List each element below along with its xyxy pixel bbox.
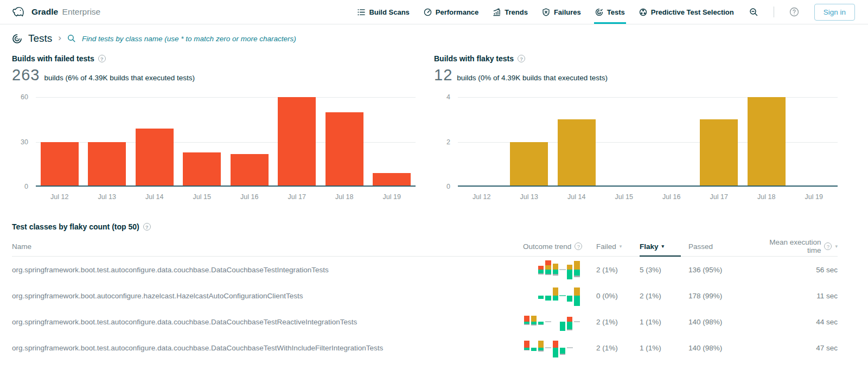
table-row[interactable]: org.springframework.boot.test.autoconfig… [12, 257, 838, 283]
nav-failures[interactable]: Failures [542, 0, 581, 24]
y-axis: 024 [434, 97, 458, 187]
y-tick-label: 30 [21, 138, 28, 146]
column-header-flaky[interactable]: Flaky [640, 237, 688, 256]
chart-bar[interactable] [790, 97, 838, 187]
outcome-trend-sparkline[interactable] [523, 336, 580, 360]
flaky-test-classes-section: Test classes by flaky count (top 50) Nam… [12, 222, 838, 361]
builds-with-failed-tests-chart: Builds with failed tests 263 builds (6% … [12, 54, 416, 201]
column-header-passed[interactable]: Passed [688, 237, 754, 256]
flaky-count: 1 (1%) [640, 318, 688, 326]
chart-bar[interactable] [368, 97, 416, 187]
chart-bar[interactable] [84, 97, 131, 187]
nav-performance[interactable]: Performance [424, 0, 478, 24]
x-axis-label: Jul 18 [743, 193, 790, 201]
chart-bar[interactable] [648, 97, 695, 187]
search-input[interactable] [81, 34, 856, 43]
gradle-elephant-logo-icon [11, 6, 27, 18]
page-title: Tests [28, 33, 52, 44]
x-axis-baseline [36, 186, 416, 187]
help-icon[interactable] [143, 223, 151, 231]
failed-count: 2 (1%) [596, 344, 640, 352]
test-class-name-link[interactable]: org.springframework.boot.test.autoconfig… [12, 266, 523, 274]
chart-bar[interactable] [226, 97, 273, 187]
charts-section: Builds with failed tests 263 builds (6% … [12, 54, 838, 201]
table-row[interactable]: org.springframework.boot.autoconfigure.h… [12, 283, 838, 309]
metric-value: 263 [12, 66, 40, 84]
failed-count: 0 (0%) [596, 292, 640, 300]
x-axis-labels: Jul 12Jul 13Jul 14Jul 15Jul 16Jul 17Jul … [458, 193, 838, 201]
chart-bar[interactable] [458, 97, 506, 187]
help-icon[interactable] [788, 6, 800, 18]
x-axis-label: Jul 16 [648, 193, 695, 201]
main-content: Builds with failed tests 263 builds (6% … [0, 54, 868, 361]
help-icon[interactable] [518, 55, 525, 62]
chart-plot [36, 97, 416, 187]
nav-build-scans[interactable]: Build Scans [357, 0, 409, 24]
table-title: Test classes by flaky count (top 50) [12, 222, 139, 231]
test-class-name-link[interactable]: org.springframework.boot.test.autoconfig… [12, 344, 523, 352]
chart-bar[interactable] [601, 97, 648, 187]
failures-shield-icon [542, 8, 550, 16]
nav-trends[interactable]: Trends [493, 0, 528, 24]
search-icon [67, 34, 76, 43]
chart-bar[interactable] [506, 97, 553, 187]
y-tick-label: 0 [24, 183, 28, 190]
help-icon[interactable] [575, 242, 582, 250]
x-axis-label: Jul 17 [273, 193, 321, 201]
chart-bar[interactable] [553, 97, 601, 187]
gradle-enterprise-brand[interactable]: Gradle Enterprise [11, 6, 100, 18]
x-axis-label: Jul 15 [601, 193, 648, 201]
nav-label: Trends [505, 8, 528, 16]
nav-label: Failures [554, 8, 581, 16]
breadcrumb-separator: › [58, 33, 61, 43]
table-row[interactable]: org.springframework.boot.test.autoconfig… [12, 335, 838, 361]
x-axis-baseline [458, 186, 838, 187]
help-icon[interactable] [824, 242, 832, 250]
brand-name: Gradle [31, 7, 58, 16]
chart-bar[interactable] [743, 97, 790, 187]
column-header-failed[interactable]: Failed [596, 237, 640, 256]
mean-execution-time: 56 sec [754, 266, 838, 274]
mean-execution-time: 44 sec [754, 318, 838, 326]
outcome-trend-sparkline[interactable] [523, 284, 580, 308]
x-axis-label: Jul 13 [506, 193, 553, 201]
x-axis-label: Jul 14 [131, 193, 178, 201]
passed-count: 140 (98%) [688, 344, 754, 352]
chart-title: Builds with flaky tests [434, 54, 514, 63]
sort-arrow-icon [662, 244, 665, 249]
column-header-name[interactable]: Name [12, 237, 523, 256]
breadcrumb: Tests › [0, 24, 868, 49]
metric-caption: builds (0% of 4.39K builds that executed… [457, 74, 608, 82]
chart-bar[interactable] [36, 97, 84, 187]
search-icon[interactable] [748, 7, 760, 18]
builds-with-flaky-tests-chart: Builds with flaky tests 12 builds (0% of… [434, 54, 838, 201]
column-header-mean-execution-time[interactable]: Mean execution time [754, 237, 838, 256]
trends-chart-icon [493, 8, 501, 16]
x-axis-label: Jul 13 [84, 193, 131, 201]
nav-predictive-test-selection[interactable]: Predictive Test Selection [639, 0, 734, 24]
help-icon[interactable] [98, 55, 106, 62]
table-row[interactable]: org.springframework.boot.test.autoconfig… [12, 309, 838, 335]
sign-in-button[interactable]: Sign in [814, 4, 855, 21]
primary-nav: Build Scans Performance Trends [357, 0, 855, 24]
test-class-name-link[interactable]: org.springframework.boot.autoconfigure.h… [12, 292, 523, 300]
metric-value: 12 [434, 66, 452, 84]
chart-bar[interactable] [273, 97, 321, 187]
chart-bar[interactable] [178, 97, 226, 187]
column-header-outcome-trend[interactable]: Outcome trend [523, 237, 596, 256]
outcome-trend-sparkline[interactable] [523, 310, 580, 334]
metric-caption: builds (6% of 4.39K builds that executed… [44, 74, 195, 82]
test-class-name-link[interactable]: org.springframework.boot.test.autoconfig… [12, 318, 523, 326]
y-tick-label: 4 [446, 93, 450, 101]
chart-bar[interactable] [321, 97, 368, 187]
nav-tests[interactable]: Tests [595, 0, 625, 24]
chart-bar[interactable] [131, 97, 178, 187]
passed-count: 140 (98%) [688, 318, 754, 326]
mean-execution-time: 11 sec [754, 292, 838, 300]
outcome-trend-sparkline[interactable] [523, 258, 580, 282]
y-tick-label: 60 [21, 93, 28, 101]
passed-count: 136 (95%) [688, 266, 754, 274]
nav-label: Performance [436, 8, 478, 16]
x-axis-label: Jul 12 [458, 193, 506, 201]
chart-bar[interactable] [695, 97, 743, 187]
